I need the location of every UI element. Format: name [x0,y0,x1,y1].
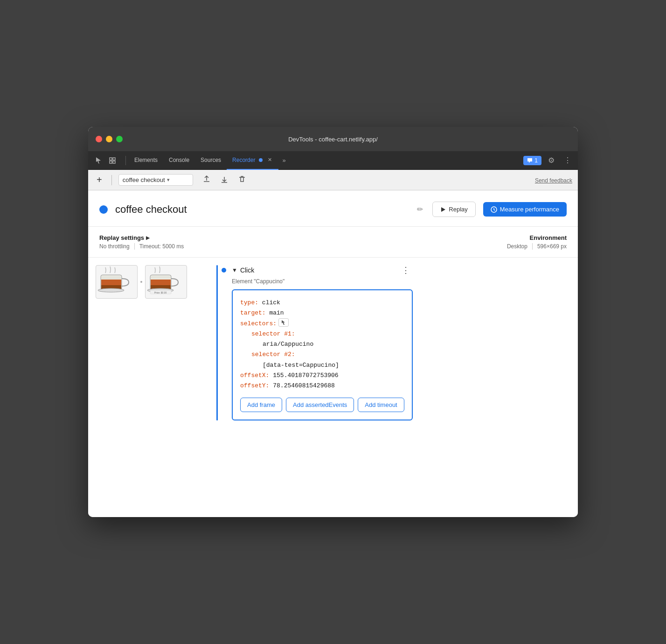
chevron-down-icon: ▾ [167,177,170,183]
download-icon [220,175,229,183]
recording-title: coffee checkout [115,203,408,216]
delete-icon[interactable] [234,173,250,187]
code-line-selector1-val: aria/Cappucino [240,339,404,350]
code-line-target: target: main [240,308,404,318]
devtools-window: DevTools - coffee-cart.netlify.app/ Elem… [88,127,578,517]
selector1-value: aria/Cappucino [263,339,313,350]
toolbar-separator [111,175,112,185]
toolbar-actions [199,173,250,187]
recording-name: coffee checkout [123,176,165,183]
code-line-selector1: selector #1: [240,329,404,339]
step-outer: ▼ Click ⋮ Element "Cappucino" type: [216,265,570,420]
step-detail-area: ▼ Click ⋮ Element "Cappucino" type: [216,258,578,428]
traffic-lights [96,136,123,142]
tab-separator [125,156,126,165]
recording-selector[interactable]: coffee checkout ▾ [118,174,193,186]
toolbar-right: Send feedback [535,176,572,184]
step-connector [140,281,142,283]
settings-icon[interactable]: ⚙ [545,154,557,167]
main-content: coffee checkout ✏ Replay Measure perform… [88,190,578,517]
more-tabs-btn[interactable]: » [278,155,289,166]
coffee-cup-svg-2: Price: $0.00 [146,266,183,296]
performance-icon [491,206,497,213]
notification-count: 1 [534,157,538,164]
offsety-key: offsetY: [240,381,269,391]
settings-row: Replay settings ▶ No throttling Timeout:… [88,227,578,258]
offsetx-key: offsetX: [240,371,269,381]
thumbnail-2: Price: $0.00 [145,265,187,299]
close-traffic-light[interactable] [96,136,102,142]
step-expand-icon[interactable]: ▼ [232,267,237,273]
tab-recorder[interactable]: Recorder ✕ [227,151,278,170]
steps-area: Price: $0.00 ▼ Click [88,258,578,428]
type-value: click [262,298,280,308]
thumbnail-strip: Price: $0.00 [96,265,209,299]
selector-type-icon[interactable] [278,318,289,327]
send-feedback-btn[interactable]: Send feedback [535,177,572,184]
minimize-traffic-light[interactable] [106,136,112,142]
step-name: Click [240,266,254,274]
action-buttons: Add frame Add assertedEvents Add timeout [240,398,404,412]
settings-value-divider [134,243,135,250]
env-value-divider [532,243,533,250]
measure-performance-btn[interactable]: Measure performance [483,202,567,217]
add-recording-btn[interactable]: + [94,174,105,186]
resolution-value: 596×669 px [537,243,567,250]
measure-label: Measure performance [500,206,559,213]
trash-icon [238,175,246,183]
no-throttling-value: No throttling [99,243,130,250]
notification-btn[interactable]: 1 [523,156,541,165]
tab-bar-icons [92,155,119,166]
svg-rect-2 [110,161,112,163]
step-subtitle: Element "Cappucino" [232,278,413,285]
timeout-value: Timeout: 5000 ms [139,243,184,250]
edit-title-icon[interactable]: ✏ [415,203,425,216]
environment-label: Environment [507,234,567,241]
tab-close-btn[interactable]: ✕ [266,157,273,163]
export-icon[interactable] [199,173,215,187]
selector2-key: selector #2: [251,350,295,360]
tab-bar-right: 1 ⚙ ⋮ [523,154,574,167]
code-line-offsety: offsetY: 78.25460815429688 [240,381,404,391]
selectors-key: selectors: [240,319,277,329]
tab-console[interactable]: Console [163,151,195,170]
tab-sources[interactable]: Sources [195,151,227,170]
svg-rect-3 [113,161,115,163]
tab-elements[interactable]: Elements [129,151,163,170]
replay-label: Replay [449,206,467,213]
code-line-selector2: selector #2: [240,350,404,360]
add-timeout-btn[interactable]: Add timeout [358,398,404,412]
title-bar: DevTools - coffee-cart.netlify.app/ [88,127,578,151]
more-options-icon[interactable]: ⋮ [561,154,574,167]
window-title: DevTools - coffee-cart.netlify.app/ [288,136,378,143]
step-more-btn[interactable]: ⋮ [399,265,413,275]
desktop-value: Desktop [507,243,527,250]
replay-btn[interactable]: Replay [432,202,475,217]
step-item: ▼ Click ⋮ Element "Cappucino" type: [222,265,413,420]
code-line-offsetx: offsetX: 155.40187072753906 [240,371,404,381]
import-icon[interactable] [216,173,232,187]
cursor-icon[interactable] [92,155,105,166]
settings-left: Replay settings ▶ No throttling Timeout:… [99,234,507,250]
env-values: Desktop 596×669 px [507,243,567,250]
offsety-value: 78.25460815429688 [273,381,335,391]
type-key: type: [240,298,258,308]
step-blue-line [216,265,218,420]
toolbar: + coffee checkout ▾ Sen [88,170,578,190]
selector2-value: [data-test=Cappucino] [263,360,339,371]
play-icon [440,207,446,212]
add-asserted-btn[interactable]: Add assertedEvents [286,398,354,412]
inspect-icon[interactable] [106,155,119,166]
svg-marker-5 [441,207,445,212]
svg-rect-14 [151,280,171,285]
replay-settings-label[interactable]: Replay settings ▶ [99,234,507,241]
add-frame-btn[interactable]: Add frame [240,398,282,412]
svg-marker-20 [282,320,285,325]
step-dot [222,268,226,273]
fullscreen-traffic-light[interactable] [116,136,123,142]
settings-right: Environment Desktop 596×669 px [507,234,567,250]
svg-rect-1 [113,158,115,160]
expand-icon: ▶ [146,235,150,240]
recording-indicator [99,205,108,214]
coffee-cup-svg-1 [96,266,133,296]
